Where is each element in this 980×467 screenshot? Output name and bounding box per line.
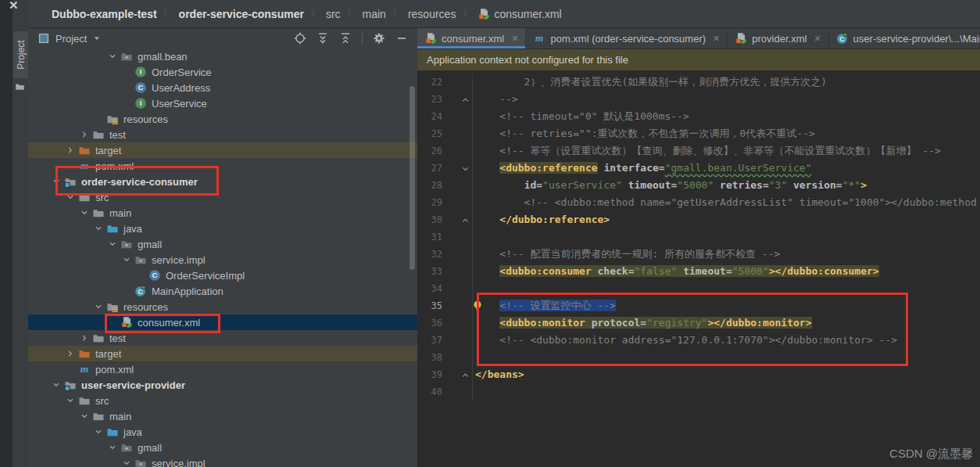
chevron-right-icon[interactable] (65, 145, 76, 156)
tree-toggle[interactable] (91, 300, 106, 313)
chevron-down-icon[interactable] (79, 411, 90, 422)
tree-row-main[interactable]: main (28, 408, 417, 424)
tree-row-gmall[interactable]: gmall (28, 236, 417, 252)
tree-row-resources[interactable]: resources (28, 111, 417, 127)
chevron-down-icon[interactable] (107, 51, 118, 62)
fold-region-end-icon[interactable] (460, 95, 470, 105)
chevron-down-icon[interactable] (107, 442, 118, 453)
tree-toggle[interactable] (77, 410, 92, 422)
tree-toggle[interactable] (119, 457, 134, 467)
tree-toggle[interactable] (48, 175, 64, 188)
code-line-35[interactable]: 35 <!-- 设置监控中心 --> (417, 297, 980, 314)
chevron-right-icon[interactable] (65, 348, 76, 359)
tab-consumer-xml[interactable]: consumer.xml✕ (417, 28, 526, 48)
tree-row-test[interactable]: test (28, 330, 417, 346)
code-line-26[interactable]: 26 <!-- 幂等（设置重试次数）【查询、删除、修改】、非幂等（不能设置重试次… (417, 142, 980, 160)
code-line-32[interactable]: 32 <!-- 配置当前消费者的统一规则: 所有的服务都不检查 --> (417, 246, 980, 263)
tree-toggle[interactable] (91, 426, 106, 438)
chevron-right-icon[interactable] (79, 129, 90, 140)
tree-row-main[interactable]: main (28, 205, 417, 221)
chevron-down-icon[interactable] (51, 379, 62, 390)
locate-file-button[interactable] (294, 32, 306, 45)
code-line-24[interactable]: 24 <!-- timeout="0" 默认是1000ms--> (417, 108, 980, 125)
tree-row-service-impl[interactable]: service.impl (28, 455, 417, 467)
code-line-36[interactable]: 36 <dubbo:monitor protocol="registry"></… (417, 314, 980, 332)
tree-row-orderservice[interactable]: IOrderService (28, 64, 417, 80)
tree-row-consumer-xml[interactable]: consumer.xml (28, 314, 417, 330)
tab-provider-xml[interactable]: provider.xml✕ (728, 28, 828, 48)
tree-row-service-impl[interactable]: service.impl (28, 252, 417, 268)
code-line-33[interactable]: 33 <dubbo:consumer check="false" timeout… (417, 263, 980, 280)
breadcrumb-item-dubbo-example-test[interactable]: Dubbo-example-test (52, 8, 157, 20)
breadcrumb-item-resources[interactable]: resources (408, 8, 456, 20)
collapse-all-button[interactable] (339, 32, 352, 45)
code-line-39[interactable]: 39</beans> (417, 366, 980, 383)
chevron-down-icon[interactable] (91, 33, 102, 44)
tree-toggle[interactable] (105, 238, 120, 250)
tree-toggle[interactable] (119, 253, 134, 266)
tree-toggle[interactable] (63, 347, 78, 360)
tree-toggle[interactable] (91, 222, 106, 235)
tree-row-gmall-bean[interactable]: gmall.bean (28, 48, 417, 64)
code-line-25[interactable]: 25 <!-- retries="":重试次数，不包含第一次调用，0代表不重试-… (417, 125, 980, 142)
expand-all-button[interactable] (317, 32, 329, 45)
hide-panel-button[interactable] (395, 32, 408, 45)
tree-row-resources[interactable]: resources (28, 299, 417, 314)
code-line-23[interactable]: 23 --> (417, 91, 980, 108)
tree-row-java[interactable]: java (28, 424, 417, 440)
code-line-30[interactable]: 30 </dubbo:reference> (417, 211, 980, 228)
chevron-down-icon[interactable] (51, 176, 62, 187)
tree-row-target[interactable]: target (28, 346, 417, 361)
fold-region-end-icon[interactable] (460, 215, 470, 225)
tree-scrollbar[interactable] (410, 86, 415, 270)
code-line-27[interactable]: 27 <dubbo:reference interface="gmall.bea… (417, 160, 980, 177)
tree-row-order-service-consumer[interactable]: order-service-consumer (28, 174, 417, 189)
tree-row-java[interactable]: java (28, 221, 417, 236)
tree-row-orderserviceimpl[interactable]: COrderServiceImpl (28, 268, 417, 283)
tree-toggle[interactable] (105, 50, 120, 63)
close-icon[interactable]: ✕ (511, 34, 518, 44)
chevron-down-icon[interactable] (65, 192, 76, 203)
tree-row-target[interactable]: target (28, 142, 417, 158)
fold-region-open-icon[interactable] (460, 163, 470, 174)
tree-toggle[interactable] (77, 207, 92, 219)
chevron-down-icon[interactable] (65, 395, 76, 406)
tree-toggle[interactable] (63, 191, 78, 203)
code-line-29[interactable]: 29 <!-- <dubbo:method name="getUserAddre… (417, 194, 980, 211)
close-icon[interactable]: ✕ (713, 34, 720, 44)
tree-row-user-service-provider[interactable]: user-service-provider (28, 377, 417, 393)
chevron-down-icon[interactable] (93, 223, 104, 234)
code-editor[interactable]: 22 2）、消费者设置优先(如果级别一样，则消费方优先，提供方次之)23 -->… (417, 70, 980, 467)
chevron-down-icon[interactable] (93, 426, 104, 437)
tab-user-service-provider-mainap[interactable]: Cuser-service-provider\...\MainAp (829, 28, 980, 48)
tree-row-src[interactable]: src (28, 393, 417, 408)
chevron-right-icon[interactable] (79, 332, 90, 343)
chevron-down-icon[interactable] (79, 207, 90, 218)
chevron-down-icon[interactable] (107, 239, 118, 250)
tree-toggle[interactable] (77, 332, 92, 344)
intention-bulb-icon[interactable] (471, 300, 484, 317)
tree-toggle[interactable] (105, 441, 120, 454)
tree-row-gmall[interactable]: gmall (28, 440, 417, 455)
code-line-37[interactable]: 37 <!-- <dubbo:monitor address="127.0.0.… (417, 332, 980, 349)
fold-region-end-icon[interactable] (460, 370, 470, 380)
code-line-40[interactable]: 40 (417, 383, 980, 401)
chevron-down-icon[interactable] (93, 301, 104, 312)
code-line-34[interactable]: 34 (417, 280, 980, 297)
tree-toggle[interactable] (77, 128, 92, 141)
chevron-down-icon[interactable] (121, 254, 132, 265)
code-line-31[interactable]: 31 (417, 228, 980, 246)
tree-toggle[interactable] (48, 379, 64, 391)
tree-row-src[interactable]: src (28, 189, 417, 205)
gear-icon[interactable] (373, 32, 385, 45)
breadcrumb-item-consumer-xml[interactable]: consumer.xml (477, 8, 561, 20)
tree-row-test[interactable]: test (28, 127, 417, 142)
breadcrumb-item-order-service-consumer[interactable]: order-service-consumer (179, 8, 304, 20)
tree-row-mainapplication[interactable]: CMainApplication (28, 283, 417, 299)
breadcrumb-item-src[interactable]: src (326, 8, 341, 20)
close-icon[interactable]: ✕ (814, 34, 821, 44)
tree-row-pom-xml[interactable]: mpom.xml (28, 361, 417, 377)
chevron-down-icon[interactable] (121, 458, 132, 467)
project-panel-title[interactable]: Project (55, 33, 87, 45)
tree-row-userservice[interactable]: IUserService (28, 95, 417, 111)
